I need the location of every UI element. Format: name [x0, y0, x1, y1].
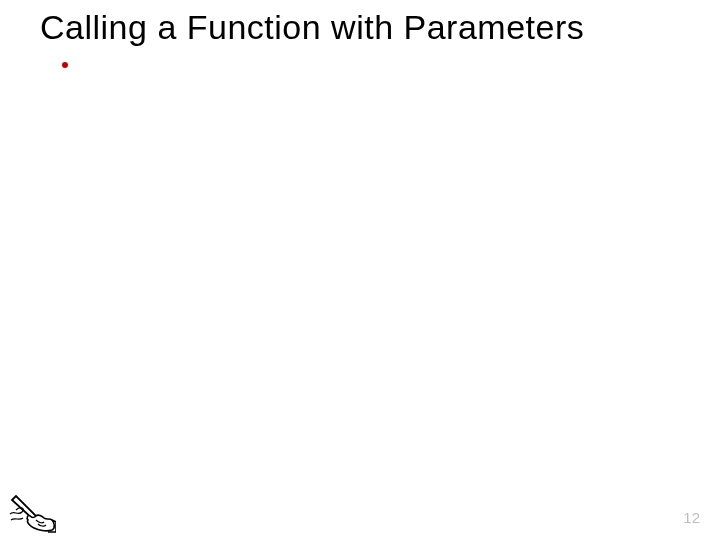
bullet-point: [62, 62, 68, 68]
slide-title: Calling a Function with Parameters: [40, 8, 700, 47]
writing-hand-icon: [8, 492, 56, 534]
page-number: 12: [683, 509, 700, 526]
